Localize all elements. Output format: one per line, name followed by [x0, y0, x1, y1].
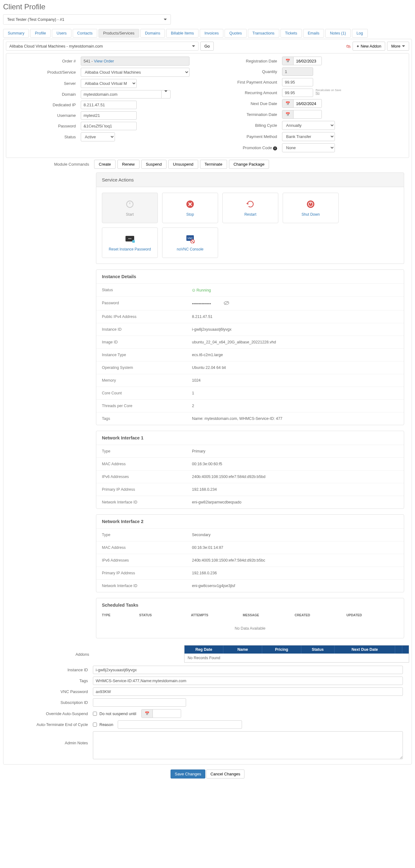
addons-label: Addons: [6, 645, 94, 662]
renew-button[interactable]: Renew: [118, 160, 139, 169]
admin-notes-textarea[interactable]: [93, 731, 403, 759]
terminate-button[interactable]: Terminate: [200, 160, 227, 169]
tab-notes-1-[interactable]: Notes (1): [325, 29, 350, 38]
tab-domains[interactable]: Domains: [140, 29, 165, 38]
tab-profile[interactable]: Profile: [30, 29, 50, 38]
product-selector-value: Alibaba Cloud Virtual Machines - mytestd…: [9, 44, 103, 49]
quantity-label: Quantity: [211, 69, 282, 74]
termination-input[interactable]: 📅: [282, 110, 322, 119]
first-payment-input[interactable]: [282, 78, 313, 86]
stop-icon: [185, 199, 195, 209]
unsuspend-button[interactable]: Unsuspend: [168, 160, 198, 169]
detail-row: Image IDubuntu_22_04_x64_20G_alibase_202…: [96, 336, 404, 349]
scheduled-tasks-title: Scheduled Tasks: [102, 602, 398, 608]
detail-row: Memory1024: [96, 374, 404, 387]
action-stop[interactable]: Stop: [162, 193, 218, 223]
start-icon: [125, 199, 135, 209]
tab-contacts[interactable]: Contacts: [73, 29, 97, 38]
detail-row: Core Count1: [96, 387, 404, 400]
override-date[interactable]: 📅: [141, 709, 181, 718]
next-due-label: Next Due Date: [211, 101, 282, 106]
save-changes-button[interactable]: Save Changes: [170, 770, 205, 778]
product-selector[interactable]: Alibaba Cloud Virtual Machines - mytestd…: [6, 42, 198, 51]
detail-row: TypeSecondary: [96, 529, 404, 541]
server-select[interactable]: Alibaba Cloud Virtual M: [81, 79, 137, 88]
billing-cycle-select[interactable]: Annually: [282, 121, 335, 130]
detail-row: Network Interface IDeni-gw82larpamwcdbeq…: [96, 496, 404, 508]
more-button[interactable]: More: [387, 42, 409, 51]
reg-date-label: Registration Date: [211, 59, 282, 63]
domain-dropdown-toggle[interactable]: [162, 90, 170, 98]
shut-down-icon: [306, 199, 316, 209]
task-col-message: MESSAGE: [243, 613, 295, 617]
action-reset-instance-password[interactable]: ***Reset Instance Password: [102, 227, 158, 258]
page-title: Client Profile: [3, 2, 412, 11]
change-package-button[interactable]: Change Package: [229, 160, 269, 169]
product-service-select[interactable]: Alibaba Cloud Virtual Machines: [81, 68, 190, 77]
detail-row: Primary IP Address192.168.0.234: [96, 483, 404, 496]
task-col-status: STATUS: [139, 613, 191, 617]
payment-method-select[interactable]: Bank Transfer: [282, 132, 335, 141]
recalc-hint: Recalculate on SaveNo: [316, 89, 341, 95]
btm-sub-input[interactable]: [93, 698, 186, 707]
tab-products-services[interactable]: Products/Services: [98, 29, 139, 38]
order-no-label: Order #: [9, 59, 81, 63]
action-novnc-console[interactable]: VNCnoVNC Console: [162, 227, 218, 258]
tab-log[interactable]: Log: [352, 29, 368, 38]
create-button[interactable]: Create: [94, 160, 116, 169]
tab-users[interactable]: Users: [52, 29, 71, 38]
detail-row: Password••••••••••••••: [96, 297, 404, 310]
task-col-created: CREATED: [294, 613, 346, 617]
detail-row: TypePrimary: [96, 445, 404, 458]
username-label: Username: [9, 113, 81, 118]
recurring-input[interactable]: [282, 89, 313, 97]
billing-cycle-label: Billing Cycle: [211, 123, 282, 128]
detail-row: Public IPv4 Address8.211.47.51: [96, 310, 404, 323]
reg-date-input[interactable]: 📅: [282, 57, 322, 65]
view-order-link[interactable]: View Order: [94, 59, 114, 63]
tab-transactions[interactable]: Transactions: [248, 29, 279, 38]
autoterm-reason-input[interactable]: [118, 720, 242, 729]
override-checkbox[interactable]: [93, 712, 97, 716]
tab-billable-items[interactable]: Billable Items: [166, 29, 198, 38]
detail-row: Threads per Core2: [96, 400, 404, 412]
tab-tickets[interactable]: Tickets: [281, 29, 302, 38]
next-due-input[interactable]: 📅: [282, 99, 322, 108]
recurring-label: Recurring Amount: [211, 90, 282, 95]
info-icon: i: [273, 146, 277, 150]
go-button[interactable]: Go: [200, 42, 214, 51]
btm-tags-input[interactable]: [93, 677, 403, 685]
dedicated-ip-input[interactable]: [81, 101, 137, 109]
btm-instance-id-input[interactable]: [93, 666, 403, 674]
new-addon-button[interactable]: +New Addon: [353, 42, 385, 51]
suspend-button[interactable]: Suspend: [141, 160, 166, 169]
action-start: Start: [102, 193, 158, 223]
action-shut-down[interactable]: Shut Down: [283, 193, 339, 223]
action-restart[interactable]: Restart: [222, 193, 278, 223]
status-select[interactable]: Active: [81, 132, 115, 142]
promo-select[interactable]: None: [282, 143, 335, 152]
dedicated-ip-label: Dedicated IP: [9, 102, 81, 107]
addons-col-status: Status: [301, 646, 335, 654]
autoterm-checkbox[interactable]: [93, 722, 97, 726]
gift-icon[interactable]: 🛍: [346, 43, 351, 49]
tab-summary[interactable]: Summary: [3, 29, 29, 38]
btm-autoterm-label: Auto-Terminate End of Cycle: [6, 722, 93, 727]
addons-col-pricing: Pricing: [262, 646, 301, 654]
btm-instance-id-label: Instance ID: [6, 668, 93, 672]
cancel-changes-button[interactable]: Cancel Changes: [206, 770, 244, 778]
client-selector[interactable]: Test Tester (Test Company) - #1: [3, 14, 171, 25]
username-input[interactable]: [81, 111, 137, 120]
eye-toggle-icon[interactable]: [223, 302, 229, 306]
addons-col-reg-date: Reg Date: [185, 646, 223, 654]
password-input[interactable]: [81, 122, 137, 130]
tasks-no-data: No Data Available: [102, 619, 398, 634]
btm-vnc-input[interactable]: [93, 687, 403, 696]
domain-input[interactable]: [81, 90, 162, 98]
override-text: Do not suspend until: [99, 711, 136, 716]
detail-row: Instance Typeecs.t6-c2m1.large: [96, 349, 404, 362]
tab-emails[interactable]: Emails: [303, 29, 324, 38]
tab-quotes[interactable]: Quotes: [225, 29, 246, 38]
tab-invoices[interactable]: Invoices: [200, 29, 223, 38]
reset-instance-password-icon: ***: [125, 234, 135, 244]
